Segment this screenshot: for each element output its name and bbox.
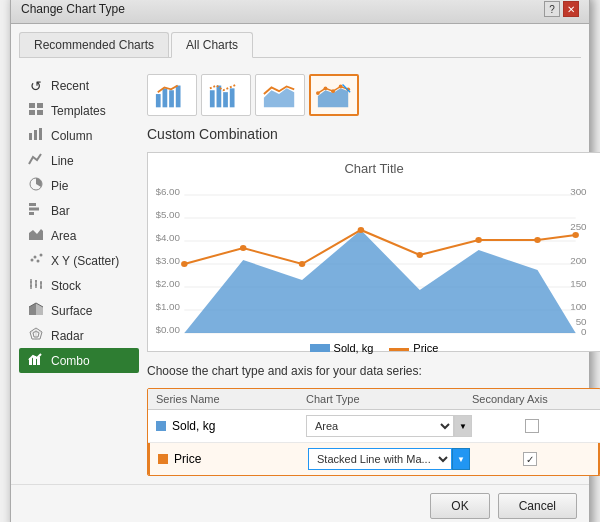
help-button[interactable]: ? — [544, 1, 560, 17]
chart-type-dropdown-price[interactable]: Stacked Line with Ma... ▼ — [308, 448, 470, 470]
svg-point-13 — [34, 256, 37, 259]
sidebar-item-combo[interactable]: Combo — [19, 348, 139, 373]
sidebar-item-xy[interactable]: X Y (Scatter) — [19, 248, 139, 273]
svg-point-45 — [324, 86, 328, 90]
svg-point-73 — [240, 245, 247, 251]
svg-text:50: 50 — [576, 316, 587, 327]
tab-row: Recommended Charts All Charts — [19, 32, 581, 58]
content-area: ↺ Recent Templates Column — [19, 74, 600, 476]
combo-variant-3[interactable] — [255, 74, 305, 116]
close-button[interactable]: ✕ — [563, 1, 579, 17]
chart-svg-container: $6.00 $5.00 $4.00 $3.00 $2.00 $1.00 $0.0… — [156, 180, 592, 340]
right-panel: Custom Combination Chart Title $6.00 $5.… — [147, 74, 600, 476]
svg-point-12 — [31, 259, 34, 262]
secondary-axis-checkbox-price[interactable] — [523, 452, 537, 466]
section-title: Custom Combination — [147, 126, 600, 142]
tab-all-charts[interactable]: All Charts — [171, 32, 253, 58]
secondary-axis-sold — [472, 419, 592, 433]
sidebar-item-templates[interactable]: Templates — [19, 98, 139, 123]
svg-text:$0.00: $0.00 — [156, 324, 180, 335]
recent-icon: ↺ — [27, 78, 45, 94]
svg-rect-38 — [210, 90, 215, 107]
series-prompt: Choose the chart type and axis for your … — [147, 364, 600, 378]
secondary-axis-checkbox-sold[interactable] — [525, 419, 539, 433]
tab-recommended[interactable]: Recommended Charts — [19, 32, 169, 57]
svg-point-74 — [299, 261, 306, 267]
radar-icon — [27, 327, 45, 344]
chart-type-select-price[interactable]: Stacked Line with Ma... — [308, 448, 452, 470]
svg-point-79 — [572, 232, 579, 238]
change-chart-type-dialog: Change Chart Type ? ✕ Recommended Charts… — [10, 0, 590, 522]
combo-variant-1[interactable] — [147, 74, 197, 116]
svg-point-72 — [181, 261, 188, 267]
svg-point-78 — [534, 237, 541, 243]
chart-title: Chart Title — [156, 161, 592, 176]
svg-marker-11 — [29, 229, 43, 240]
combo-icon — [27, 352, 45, 369]
sidebar-item-column[interactable]: Column — [19, 123, 139, 148]
sidebar-item-radar[interactable]: Radar — [19, 323, 139, 348]
svg-text:$2.00: $2.00 — [156, 278, 180, 289]
svg-rect-4 — [29, 133, 32, 140]
legend-color-price — [389, 348, 409, 351]
dropdown-arrow-sold[interactable]: ▼ — [454, 415, 472, 437]
ok-button[interactable]: OK — [430, 493, 489, 519]
bar-icon — [27, 202, 45, 219]
svg-rect-3 — [37, 110, 43, 115]
svg-rect-34 — [156, 94, 161, 107]
sidebar-item-bar[interactable]: Bar — [19, 198, 139, 223]
series-table: Series Name Chart Type Secondary Axis So… — [147, 388, 600, 476]
svg-rect-37 — [176, 86, 181, 108]
svg-text:250: 250 — [570, 221, 586, 232]
chart-type-list: ↺ Recent Templates Column — [19, 74, 139, 476]
series-color-sold — [156, 421, 166, 431]
svg-point-76 — [417, 252, 424, 258]
svg-point-15 — [40, 254, 43, 257]
svg-rect-35 — [163, 88, 168, 107]
area-icon — [27, 227, 45, 244]
legend-color-sold — [310, 344, 330, 352]
title-bar: Change Chart Type ? ✕ — [11, 0, 589, 24]
table-row: Price Stacked Line with Ma... ▼ — [148, 443, 600, 475]
svg-rect-9 — [29, 208, 39, 211]
legend-sold: Sold, kg — [310, 342, 374, 354]
chart-icons-row — [147, 74, 600, 116]
svg-point-47 — [339, 85, 343, 89]
sidebar-item-pie[interactable]: Pie — [19, 173, 139, 198]
combo-variant-2[interactable] — [201, 74, 251, 116]
svg-rect-8 — [29, 203, 36, 206]
sidebar-item-area[interactable]: Area — [19, 223, 139, 248]
svg-rect-0 — [29, 103, 35, 108]
sidebar-item-recent[interactable]: ↺ Recent — [19, 74, 139, 98]
svg-rect-5 — [34, 130, 37, 140]
svg-rect-41 — [230, 88, 235, 107]
sidebar-item-line[interactable]: Line — [19, 148, 139, 173]
sidebar-item-surface[interactable]: Surface — [19, 298, 139, 323]
svg-text:300: 300 — [570, 186, 586, 197]
svg-text:$5.00: $5.00 — [156, 209, 180, 220]
surface-icon — [27, 302, 45, 319]
svg-rect-10 — [29, 212, 34, 215]
svg-text:$6.00: $6.00 — [156, 186, 180, 197]
svg-text:150: 150 — [570, 278, 586, 289]
dialog-body: ↺ Recent Templates Column — [11, 66, 589, 484]
svg-rect-1 — [37, 103, 43, 108]
chart-type-select-sold[interactable]: Area — [306, 415, 454, 437]
svg-rect-40 — [223, 92, 228, 107]
chart-preview: Chart Title $6.00 $5.00 $4.00 $3.00 $2.0… — [147, 152, 600, 352]
dropdown-arrow-price[interactable]: ▼ — [452, 448, 470, 470]
svg-text:200: 200 — [570, 255, 586, 266]
svg-text:$1.00: $1.00 — [156, 301, 180, 312]
secondary-axis-price — [470, 452, 590, 466]
cancel-button[interactable]: Cancel — [498, 493, 577, 519]
chart-legend: Sold, kg Price — [156, 342, 592, 354]
svg-text:$4.00: $4.00 — [156, 232, 180, 243]
pie-icon — [27, 177, 45, 194]
combo-variant-4[interactable] — [309, 74, 359, 116]
series-name-price: Price — [158, 452, 308, 466]
legend-price: Price — [389, 342, 438, 354]
svg-point-77 — [475, 237, 482, 243]
chart-type-dropdown-sold[interactable]: Area ▼ — [306, 415, 472, 437]
svg-point-46 — [331, 89, 335, 93]
sidebar-item-stock[interactable]: Stock — [19, 273, 139, 298]
